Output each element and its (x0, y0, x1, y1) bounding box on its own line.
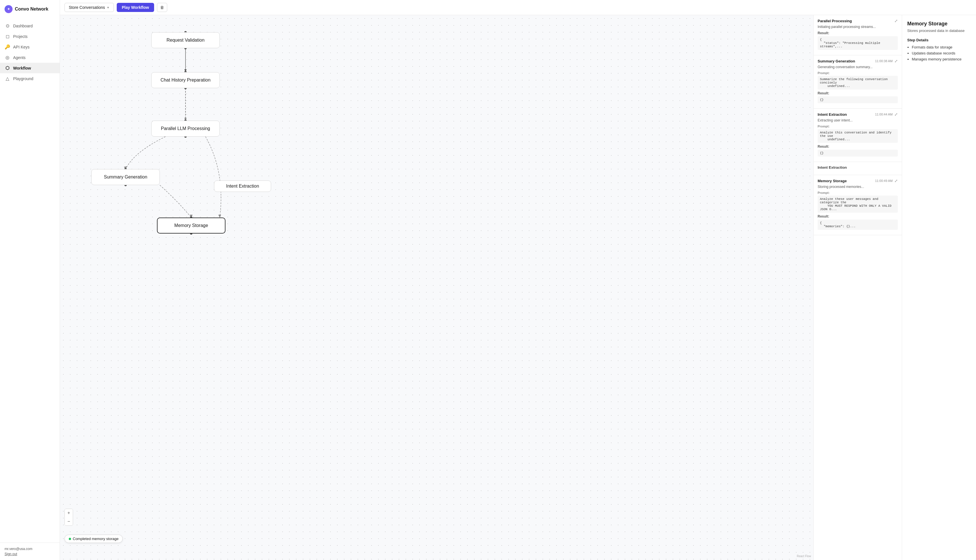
zoom-out-button[interactable]: − (65, 518, 73, 525)
trash-icon: 🗑 (160, 5, 164, 10)
workflow-canvas[interactable]: Request Validation Chat History Preparat… (60, 15, 813, 560)
svg-marker-3 (184, 118, 187, 121)
zoom-controls: + − (65, 509, 73, 526)
node-memory-storage[interactable]: Memory Storage (157, 218, 226, 233)
card-prompt-code: Analyze this conversation and identify t… (817, 129, 898, 143)
card-time: 11:00:38 AM (875, 59, 892, 63)
node-request-validation[interactable]: Request Validation (151, 32, 220, 48)
sidebar-nav: ⊙ Dashboard ◻ Projects 🔑 API Keys ◎ Agen… (0, 18, 60, 543)
step-logs-scroll[interactable]: Parallel Processing ⤢ Initiating paralle… (814, 15, 902, 560)
sidebar-item-label: API Keys (13, 45, 30, 49)
card-result-code: { "status": "Processing multiple streams… (817, 36, 898, 50)
card-result-code: {} (817, 150, 898, 157)
node-label: Memory Storage (174, 223, 208, 228)
right-panel: Memory Storage Stores processed data in … (902, 15, 976, 560)
delete-button[interactable]: 🗑 (157, 3, 167, 12)
status-dot (69, 538, 71, 540)
card-result-code: { "memories": {}... (817, 220, 898, 230)
chevron-down-icon: ▼ (107, 6, 110, 9)
prompt-label: Prompt: (817, 191, 898, 195)
main: Store Conversations ▼ Play Workflow 🗑 (60, 0, 976, 560)
zoom-in-button[interactable]: + (65, 509, 73, 517)
card-status: Storing processed memories... (817, 185, 898, 189)
right-panel-title: Memory Storage (907, 21, 971, 27)
canvas-svg (60, 15, 813, 560)
card-title: Intent Extraction (817, 112, 847, 117)
logo-icon: ✦ (5, 5, 13, 13)
sidebar-item-label: Agents (13, 55, 26, 60)
step-card-memory-storage: Memory Storage 11:00:49 AM ⤢ Storing pro… (814, 175, 902, 235)
result-label: Result: (817, 145, 898, 148)
card-status: Initiating parallel processing streams..… (817, 25, 898, 29)
sidebar-item-dashboard[interactable]: ⊙ Dashboard (0, 20, 60, 31)
sidebar: ✦ Convo Network ⊙ Dashboard ◻ Projects 🔑… (0, 0, 60, 560)
step-card-intent-extraction: Intent Extraction 11:00:44 AM ⤢ Extracti… (814, 108, 902, 162)
sign-out-link[interactable]: Sign out (5, 552, 55, 556)
node-label: Chat History Preparation (160, 78, 211, 83)
topbar: Store Conversations ▼ Play Workflow 🗑 (60, 0, 976, 15)
node-intent-extraction-partial[interactable]: Intent Extraction (214, 180, 271, 192)
node-parallel-llm[interactable]: Parallel LLM Processing (151, 121, 220, 137)
sidebar-item-label: Workflow (13, 66, 31, 70)
card-title: Parallel Processing (817, 19, 852, 23)
result-label: Result: (817, 214, 898, 218)
svg-marker-5 (218, 215, 221, 218)
workflow-dropdown[interactable]: Store Conversations ▼ (65, 3, 114, 12)
dashboard-icon: ⊙ (5, 23, 10, 28)
prompt-label: Prompt: (817, 125, 898, 128)
expand-icon[interactable]: ⤢ (894, 112, 898, 117)
sidebar-item-agents[interactable]: ◎ Agents (0, 52, 60, 63)
card-header: Summary Generation 11:00:38 AM ⤢ (817, 59, 898, 63)
agents-icon: ◎ (5, 55, 10, 60)
sidebar-item-label: Playground (13, 77, 33, 81)
step-details-heading: Step Details (907, 38, 971, 42)
node-label: Intent Extraction (226, 183, 259, 189)
sidebar-item-label: Projects (13, 34, 28, 39)
workflow-icon: ⬡ (5, 65, 10, 71)
step-detail-item: Formats data for storage (912, 45, 971, 49)
app-logo: ✦ Convo Network (0, 0, 60, 18)
card-result-code: {} (817, 97, 898, 103)
prompt-label: Prompt: (817, 71, 898, 75)
sidebar-item-label: Dashboard (13, 24, 33, 28)
card-status: Generating conversation summary... (817, 65, 898, 69)
content-area: Request Validation Chat History Preparat… (60, 15, 976, 560)
svg-marker-4 (124, 166, 127, 169)
right-panel-subtitle: Stores processed data in database (907, 28, 971, 33)
expand-icon[interactable]: ⤢ (894, 178, 898, 183)
status-text: Completed memory storage (73, 537, 119, 541)
sidebar-item-playground[interactable]: △ Playground (0, 73, 60, 84)
step-logs-panel: Parallel Processing ⤢ Initiating paralle… (813, 15, 902, 560)
app-name: Convo Network (15, 7, 48, 12)
projects-icon: ◻ (5, 33, 10, 39)
step-card-parallel-processing: Parallel Processing ⤢ Initiating paralle… (814, 15, 902, 55)
card-header: Memory Storage 11:00:49 AM ⤢ (817, 178, 898, 183)
svg-marker-2 (184, 69, 187, 72)
node-label: Summary Generation (104, 175, 147, 180)
sidebar-item-workflow[interactable]: ⬡ Workflow (0, 63, 60, 73)
card-time: 11:00:44 AM (875, 113, 892, 116)
step-card-intent-extraction-2: Intent Extraction (814, 162, 902, 175)
node-chat-history[interactable]: Chat History Preparation (151, 72, 220, 88)
svg-marker-6 (190, 215, 193, 218)
card-title: Summary Generation (817, 59, 855, 63)
expand-icon[interactable]: ⤢ (894, 18, 898, 23)
step-card-summary-generation: Summary Generation 11:00:38 AM ⤢ Generat… (814, 55, 902, 108)
node-summary-gen[interactable]: Summary Generation (91, 169, 160, 185)
step-detail-item: Updates database records (912, 51, 971, 55)
playground-icon: △ (5, 76, 10, 81)
card-prompt-code: Summarize the following conversation con… (817, 76, 898, 90)
card-status: Extracting user intent... (817, 118, 898, 122)
react-flow-label: React Flow (797, 555, 811, 558)
card-time: 11:00:49 AM (875, 179, 892, 182)
step-detail-item: Manages memory persistence (912, 57, 971, 61)
sidebar-item-api-keys[interactable]: 🔑 API Keys (0, 42, 60, 52)
sidebar-item-projects[interactable]: ◻ Projects (0, 31, 60, 42)
play-workflow-button[interactable]: Play Workflow (117, 3, 154, 12)
user-email: mr.vero@usa.com (5, 547, 55, 551)
card-header: Parallel Processing ⤢ (817, 18, 898, 23)
card-prompt-code: Analyze these user messages and categori… (817, 196, 898, 213)
api-keys-icon: 🔑 (5, 44, 10, 50)
expand-icon[interactable]: ⤢ (894, 59, 898, 63)
node-label: Parallel LLM Processing (161, 126, 211, 131)
